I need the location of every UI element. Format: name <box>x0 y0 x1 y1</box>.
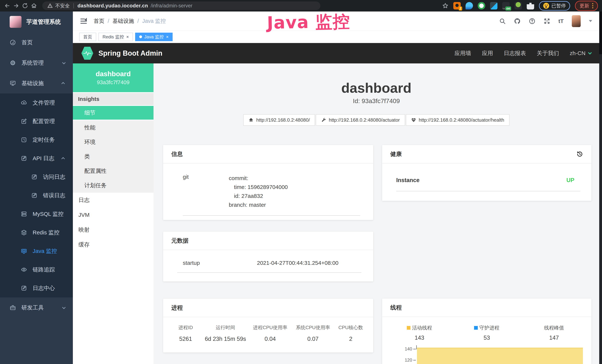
sba-nav: 应用墙 应用 日志报表 关于我们 zh-CN <box>454 50 591 57</box>
extensions-puzzle-icon[interactable] <box>527 2 534 10</box>
sidebar-item-redis[interactable]: Redis 监控 <box>0 223 73 242</box>
row-divider <box>183 215 360 216</box>
live-threads-value: 143 <box>386 334 453 341</box>
peak-threads-value: 147 <box>520 334 588 341</box>
hamburger-icon[interactable] <box>80 17 87 25</box>
tab-label: 首页 <box>83 34 92 40</box>
sidebar-item-file[interactable]: 文件管理 <box>0 94 73 112</box>
scrollbar-thumb[interactable] <box>599 11 602 54</box>
sba-menu-configprops[interactable]: 配置属性 <box>73 164 153 178</box>
sba-logo-icon <box>81 47 93 60</box>
sidebar-item-errorlog[interactable]: 错误日志 <box>0 186 73 205</box>
close-icon[interactable]: × <box>126 35 129 39</box>
breadcrumb-home[interactable]: 首页 <box>94 17 104 25</box>
extension-icon-green-circle[interactable] <box>478 2 485 10</box>
health-url-button[interactable]: http://192.168.0.2:48080/actuator/health <box>406 114 509 126</box>
sba-menu-env[interactable]: 环境 <box>73 135 153 149</box>
sba-section-insights: Insights <box>73 93 153 106</box>
y-tick-120: 120 <box>398 357 412 363</box>
y-axis-line <box>416 345 417 349</box>
process-table-header: 进程ID 运行时间 进程CPU使用率 系统CPU使用率 CPU核心数 <box>163 317 373 331</box>
app-header: 首页 / 基础设施 / Java 监控 tT <box>73 11 599 31</box>
avatar[interactable] <box>572 15 581 27</box>
locale-selector[interactable]: zh-CN <box>570 50 591 56</box>
extension-icon-list[interactable]: on <box>502 2 510 10</box>
url-path: /infra/admin-server <box>151 3 193 9</box>
profile-paused-chip[interactable]: 已暂停 <box>539 1 570 11</box>
threads-legend: 活动线程 守护进程 线程峰值 <box>382 317 591 331</box>
legend-peak-label: 线程峰值 <box>544 324 564 331</box>
search-icon[interactable] <box>499 18 506 24</box>
breadcrumb-infra[interactable]: 基础设施 <box>113 17 134 25</box>
back-icon[interactable] <box>4 3 10 9</box>
sba-menu-classes[interactable]: 类 <box>73 149 153 164</box>
sba-nav-wall[interactable]: 应用墙 <box>454 50 471 57</box>
threads-card-title: 线程 <box>382 299 591 317</box>
health-card: 健康 Instance UP <box>382 145 591 201</box>
service-url-button[interactable]: http://192.168.0.2:48080/ <box>243 114 315 126</box>
bookmark-star-icon[interactable] <box>442 3 449 9</box>
sba-menu-mappings[interactable]: 映射 <box>73 222 153 237</box>
sidebar-item-home[interactable]: 首页 <box>0 32 73 53</box>
forward-icon[interactable] <box>13 3 19 9</box>
actuator-url-button[interactable]: http://192.168.0.2:48080/actuator <box>316 114 405 126</box>
sidebar-item-job[interactable]: 定时任务 <box>0 130 73 149</box>
font-size-icon[interactable]: tT <box>559 18 564 24</box>
sidebar-item-config[interactable]: 配置管理 <box>0 112 73 130</box>
git-commit-line: commit: <box>229 174 288 183</box>
sba-menu-details[interactable]: 细节 <box>73 106 153 120</box>
sidebar-item-system[interactable]: 系统管理 <box>0 53 73 73</box>
sidebar-item-infra[interactable]: 基础设施 <box>0 73 73 94</box>
sidebar-item-label: 配置管理 <box>33 118 55 125</box>
status-badge: UP <box>566 177 574 183</box>
chrome-update-button[interactable]: 更新 <box>575 1 598 11</box>
sba-menu-metrics[interactable]: 性能 <box>73 120 153 135</box>
extension-icon-pin[interactable] <box>465 2 473 10</box>
page-scrollbar[interactable] <box>599 11 602 364</box>
locale-label: zh-CN <box>570 50 585 56</box>
info-key: git <box>183 174 229 209</box>
history-icon[interactable] <box>576 150 583 158</box>
browser-menu-icon[interactable] <box>592 3 593 8</box>
fullscreen-icon[interactable] <box>544 18 550 24</box>
sba-nav-journal[interactable]: 日志报表 <box>504 50 526 57</box>
sidebar-item-label: Redis 监控 <box>33 229 60 236</box>
chevron-down-icon <box>62 61 65 64</box>
edit-icon <box>21 285 27 291</box>
daemon-threads-value: 53 <box>453 334 520 341</box>
layers-icon <box>21 229 27 236</box>
tab-redis[interactable]: Redis 监控 × <box>98 33 133 41</box>
tab-home[interactable]: 首页 <box>79 33 96 41</box>
help-icon[interactable] <box>529 18 536 24</box>
sidebar-item-apilog[interactable]: API 日志 <box>0 149 73 168</box>
extension-icon-grid[interactable] <box>490 2 497 10</box>
git-time-line: time: 1596289704000 <box>229 183 288 192</box>
sidebar-item-accesslog[interactable]: 访问日志 <box>0 168 73 186</box>
extension-icon-person[interactable] <box>515 2 522 10</box>
avatar-caret-icon[interactable] <box>589 20 592 22</box>
sidebar-item-devtools[interactable]: 研发工具 <box>0 298 73 318</box>
sba-menu-jvm[interactable]: JVM <box>73 207 153 222</box>
paused-face-icon <box>543 3 549 9</box>
home-icon[interactable] <box>31 3 37 9</box>
address-bar[interactable]: 不安全 dashboard.yudao.iocoder.cn /infra/ad… <box>42 1 320 10</box>
tab-java[interactable]: Java 监控 × <box>135 33 172 41</box>
sidebar-item-java[interactable]: Java 监控 <box>0 242 73 260</box>
sba-sidebar: dashboard 93a3fc7f7409 Insights 细节 性能 环境… <box>73 64 153 364</box>
sba-menu-scheduledtasks[interactable]: 计划任务 <box>73 178 153 193</box>
close-icon[interactable]: × <box>166 35 169 39</box>
sidebar-item-mysql[interactable]: MySQL 监控 <box>0 205 73 223</box>
edit-icon <box>21 118 27 124</box>
sidebar-item-logcenter[interactable]: 日志中心 <box>0 279 73 298</box>
sidebar-item-trace[interactable]: 链路追踪 <box>0 260 73 279</box>
github-icon[interactable] <box>514 18 521 24</box>
breadcrumb-separator: / <box>108 18 109 24</box>
sba-menu-caches[interactable]: 缓存 <box>73 237 153 252</box>
reload-icon[interactable] <box>22 3 28 9</box>
extension-icon-orange[interactable]: 1 <box>453 2 461 10</box>
cloud-upload-icon <box>21 100 27 106</box>
sba-nav-applications[interactable]: 应用 <box>482 50 493 57</box>
sba-menu-logs[interactable]: 日志 <box>73 193 153 207</box>
cards-column-left: 信息 git commit: time: 1596289704000 id: 2… <box>163 145 373 364</box>
sba-nav-about[interactable]: 关于我们 <box>537 50 559 57</box>
